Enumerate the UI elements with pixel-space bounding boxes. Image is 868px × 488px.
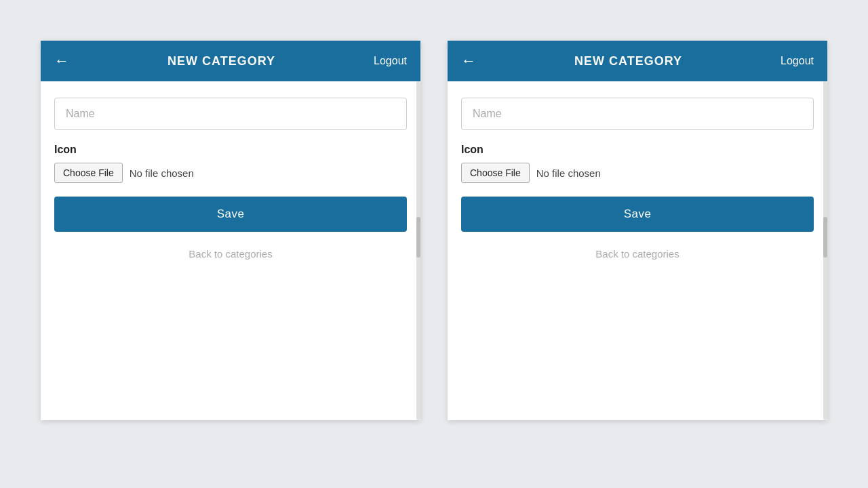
logout-button-left[interactable]: Logout (374, 55, 407, 67)
page-title-left: NEW CATEGORY (167, 54, 275, 68)
file-input-row-right: Choose File No file chosen (461, 163, 814, 183)
back-to-categories-left[interactable]: Back to categories (54, 245, 407, 262)
scrollbar-left[interactable] (416, 81, 420, 420)
form-left: Icon Choose File No file chosen Save Bac… (41, 81, 420, 279)
no-file-text-left: No file chosen (130, 167, 194, 179)
icon-section-right: Icon Choose File No file chosen (461, 144, 814, 183)
no-file-text-right: No file chosen (536, 167, 601, 179)
panel-left: ← NEW CATEGORY Logout Icon Choose File N… (41, 41, 420, 420)
file-input-row-left: Choose File No file chosen (54, 163, 407, 183)
scrollbar-thumb-right (823, 217, 827, 258)
back-arrow-left[interactable]: ← (54, 52, 69, 70)
choose-file-button-left[interactable]: Choose File (54, 163, 123, 183)
back-arrow-right[interactable]: ← (461, 52, 476, 70)
back-to-categories-right[interactable]: Back to categories (461, 245, 814, 262)
scrollbar-right[interactable] (823, 81, 827, 420)
icon-section-left: Icon Choose File No file chosen (54, 144, 407, 183)
icon-label-right: Icon (461, 144, 814, 156)
scrollbar-thumb-left (416, 217, 420, 258)
name-input-right[interactable] (461, 98, 814, 130)
logout-button-right[interactable]: Logout (781, 55, 814, 67)
header-right: ← NEW CATEGORY Logout (448, 41, 827, 81)
header-left: ← NEW CATEGORY Logout (41, 41, 420, 81)
name-input-left[interactable] (54, 98, 407, 130)
save-button-right[interactable]: Save (461, 197, 814, 232)
form-right: Icon Choose File No file chosen Save Bac… (448, 81, 827, 279)
panel-right: ← NEW CATEGORY Logout Icon Choose File N… (448, 41, 827, 420)
page-title-right: NEW CATEGORY (574, 54, 682, 68)
save-button-left[interactable]: Save (54, 197, 407, 232)
icon-label-left: Icon (54, 144, 407, 156)
choose-file-button-right[interactable]: Choose File (461, 163, 530, 183)
